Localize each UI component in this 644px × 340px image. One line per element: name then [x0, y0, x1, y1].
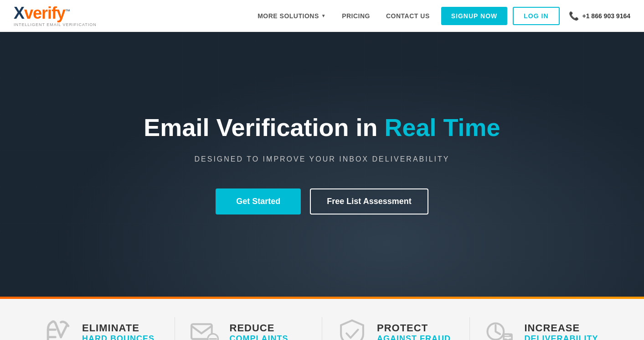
email-no-icon	[189, 317, 221, 340]
nav-solutions[interactable]: MORE SOLUTIONS ▼	[258, 12, 326, 20]
feature-increase-sub: DELIVERABILITY	[525, 334, 598, 340]
feature-increase-text: INCREASE DELIVERABILITY	[525, 323, 598, 340]
feature-increase: INCREASE DELIVERABILITY	[470, 317, 617, 340]
nav-pricing[interactable]: PRICING	[342, 12, 370, 20]
phone-number: +1 866 903 9164	[582, 12, 631, 20]
feature-eliminate: ELIMINATE HARD BOUNCES	[27, 317, 175, 340]
logo-verify: verify	[24, 4, 65, 22]
hero-section: Email Verification in Real Time DESIGNED…	[0, 32, 644, 297]
login-button[interactable]: LOG IN	[513, 7, 559, 25]
hero-content: Email Verification in Real Time DESIGNED…	[134, 114, 509, 214]
feature-reduce-sub: COMPLAINTS	[230, 334, 289, 340]
logo-x: X	[14, 4, 24, 22]
feature-eliminate-sub: HARD BOUNCES	[82, 334, 155, 340]
feature-protect-main: PROTECT	[377, 323, 451, 334]
delivery-icon	[484, 317, 515, 340]
chevron-down-icon: ▼	[321, 13, 326, 18]
hero-title: Email Verification in Real Time	[144, 114, 500, 141]
feature-eliminate-main: ELIMINATE	[82, 323, 155, 334]
feature-protect-text: PROTECT AGAINST FRAUD	[377, 323, 451, 340]
logo-tagline: INTELLIGENT EMAIL VERIFICATION	[14, 22, 97, 27]
feature-protect-sub: AGAINST FRAUD	[377, 334, 451, 340]
site-header: Xverify™ INTELLIGENT EMAIL VERIFICATION …	[0, 0, 644, 32]
features-section: ELIMINATE HARD BOUNCES REDUCE COMPLAINTS	[0, 299, 644, 340]
hero-buttons: Get Started Free List Assessment	[144, 188, 500, 214]
feature-reduce-main: REDUCE	[230, 323, 289, 334]
hero-subtitle: DESIGNED TO IMPROVE YOUR INBOX DELIVERAB…	[144, 155, 500, 163]
free-list-button[interactable]: Free List Assessment	[310, 188, 428, 214]
main-nav: MORE SOLUTIONS ▼ PRICING CONTACT US	[258, 12, 430, 20]
checkmark-icon	[41, 317, 73, 340]
feature-increase-main: INCREASE	[525, 323, 598, 334]
logo[interactable]: Xverify™ INTELLIGENT EMAIL VERIFICATION	[14, 5, 97, 27]
hero-title-part1: Email Verification in	[144, 114, 384, 141]
get-started-button[interactable]: Get Started	[216, 188, 301, 214]
hero-title-part2: Real Time	[385, 114, 500, 141]
feature-eliminate-text: ELIMINATE HARD BOUNCES	[82, 323, 155, 340]
feature-protect: PROTECT AGAINST FRAUD	[322, 317, 470, 340]
feature-reduce-text: REDUCE COMPLAINTS	[230, 323, 289, 340]
nav-contact[interactable]: CONTACT US	[386, 12, 430, 20]
feature-reduce: REDUCE COMPLAINTS	[175, 317, 323, 340]
logo-tm: ™	[65, 8, 70, 14]
shield-icon	[336, 317, 368, 340]
phone-container: 📞 +1 866 903 9164	[569, 11, 631, 21]
phone-icon: 📞	[569, 11, 579, 21]
signup-button[interactable]: SIGNUP NOW	[441, 7, 508, 25]
